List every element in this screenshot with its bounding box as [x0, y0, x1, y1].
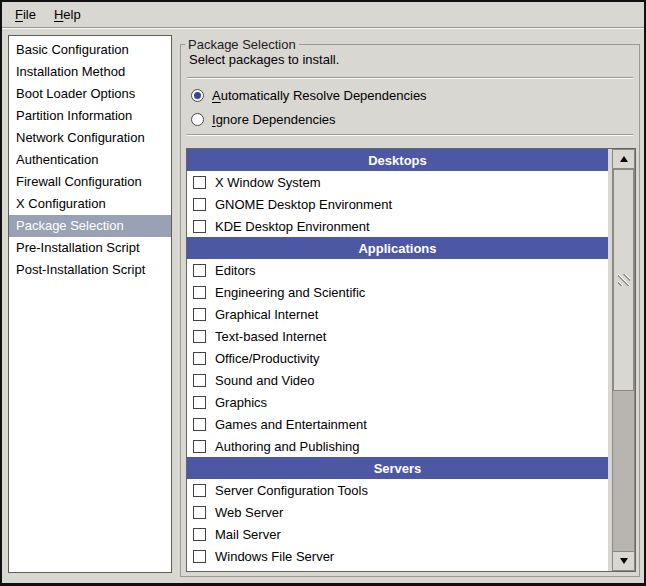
package-row-windows-file-server[interactable]: Windows File Server: [187, 545, 608, 567]
package-label: Server Configuration Tools: [215, 483, 368, 498]
checkbox-editors[interactable]: [193, 264, 206, 277]
sidebar-item-post-installation-script[interactable]: Post-Installation Script: [9, 259, 171, 281]
sidebar-item-basic-configuration[interactable]: Basic Configuration: [9, 39, 171, 61]
mnemonic-letter: A: [212, 88, 221, 103]
package-row-engineering-and-scientific[interactable]: Engineering and Scientific: [187, 281, 608, 303]
package-row-x-window-system[interactable]: X Window System: [187, 171, 608, 193]
package-label: GNOME Desktop Environment: [215, 197, 392, 212]
package-row-mail-server[interactable]: Mail Server: [187, 523, 608, 545]
checkbox-text-based-internet[interactable]: [193, 330, 206, 343]
package-label: Text-based Internet: [215, 329, 326, 344]
package-row-editors[interactable]: Editors: [187, 259, 608, 281]
radio-button[interactable]: [191, 89, 204, 102]
checkbox-kde-desktop-environment[interactable]: [193, 220, 206, 233]
radio-option-ignore-dependencies[interactable]: Ignore Dependencies: [191, 109, 336, 129]
menu-file[interactable]: File: [6, 4, 45, 25]
package-label: Mail Server: [215, 527, 281, 542]
sidebar-item-network-configuration[interactable]: Network Configuration: [9, 127, 171, 149]
package-label: Windows File Server: [215, 549, 334, 564]
scrollbar-down-button[interactable]: [612, 551, 635, 571]
vertical-scrollbar[interactable]: [612, 149, 635, 571]
checkbox-server-configuration-tools[interactable]: [193, 484, 206, 497]
sidebar-item-authentication[interactable]: Authentication: [9, 149, 171, 171]
package-row-authoring-and-publishing[interactable]: Authoring and Publishing: [187, 435, 608, 457]
sidebar-item-package-selection[interactable]: Package Selection: [9, 215, 171, 237]
checkbox-gnome-desktop-environment[interactable]: [193, 198, 206, 211]
package-label: Web Server: [215, 505, 283, 520]
frame-title: Package Selection: [185, 37, 299, 52]
label-text: elp: [63, 7, 80, 22]
package-row-server-configuration-tools[interactable]: Server Configuration Tools: [187, 479, 608, 501]
package-row-gnome-desktop-environment[interactable]: GNOME Desktop Environment: [187, 193, 608, 215]
package-label: Engineering and Scientific: [215, 285, 365, 300]
scrollbar-track[interactable]: [612, 169, 635, 551]
separator: [187, 77, 633, 79]
checkbox-office-productivity[interactable]: [193, 352, 206, 365]
package-row-graphical-internet[interactable]: Graphical Internet: [187, 303, 608, 325]
mnemonic-letter: F: [15, 7, 23, 22]
scrollbar-grip-icon: [618, 274, 630, 286]
scrollbar-thumb[interactable]: [613, 169, 634, 391]
package-label: Graphical Internet: [215, 307, 318, 322]
package-row-office-productivity[interactable]: Office/Productivity: [187, 347, 608, 369]
group-header-desktops[interactable]: Desktops: [187, 149, 608, 171]
package-label: Editors: [215, 263, 255, 278]
sidebar-item-x-configuration[interactable]: X Configuration: [9, 193, 171, 215]
checkbox-graphical-internet[interactable]: [193, 308, 206, 321]
label-text: gnore Dependencies: [216, 112, 336, 127]
arrow-down-icon: [620, 558, 628, 564]
group-header-applications[interactable]: Applications: [187, 237, 608, 259]
package-label: Authoring and Publishing: [215, 439, 360, 454]
label-text: utomatically Resolve Dependencies: [221, 88, 427, 103]
arrow-up-icon: [620, 156, 628, 162]
kickstart-configurator-window: FileHelp Basic ConfigurationInstallation…: [0, 0, 646, 586]
package-label: X Window System: [215, 175, 320, 190]
radio-button[interactable]: [191, 113, 204, 126]
package-group-list: DesktopsX Window SystemGNOME Desktop Env…: [186, 148, 636, 572]
instruction-text: Select packages to install.: [189, 52, 339, 67]
package-row-graphics[interactable]: Graphics: [187, 391, 608, 413]
mnemonic-letter: H: [54, 7, 63, 22]
checkbox-games-and-entertainment[interactable]: [193, 418, 206, 431]
sidebar-item-boot-loader-options[interactable]: Boot Loader Options: [9, 83, 171, 105]
checkbox-authoring-and-publishing[interactable]: [193, 440, 206, 453]
package-label: Sound and Video: [215, 373, 315, 388]
checkbox-graphics[interactable]: [193, 396, 206, 409]
package-label: Graphics: [215, 395, 267, 410]
checkbox-windows-file-server[interactable]: [193, 550, 206, 563]
package-row-partial[interactable]: [187, 567, 608, 571]
package-selection-frame: Package Selection Select packages to ins…: [180, 44, 640, 577]
sidebar-item-firewall-configuration[interactable]: Firewall Configuration: [9, 171, 171, 193]
config-section-list: Basic ConfigurationInstallation MethodBo…: [8, 35, 172, 573]
menubar: FileHelp: [2, 2, 644, 27]
package-label: KDE Desktop Environment: [215, 219, 370, 234]
package-label: Office/Productivity: [215, 351, 320, 366]
checkbox-mail-server[interactable]: [193, 528, 206, 541]
package-row-web-server[interactable]: Web Server: [187, 501, 608, 523]
group-header-servers[interactable]: Servers: [187, 457, 608, 479]
sidebar-item-pre-installation-script[interactable]: Pre-Installation Script: [9, 237, 171, 259]
separator: [187, 134, 633, 136]
radio-option-automatically-resolve-dependencies[interactable]: Automatically Resolve Dependencies: [191, 85, 427, 105]
scrollbar-up-button[interactable]: [612, 149, 635, 169]
label-text: ile: [23, 7, 36, 22]
package-row-kde-desktop-environment[interactable]: KDE Desktop Environment: [187, 215, 608, 237]
menu-help[interactable]: Help: [45, 4, 90, 25]
radio-label: Ignore Dependencies: [212, 112, 336, 127]
package-row-sound-and-video[interactable]: Sound and Video: [187, 369, 608, 391]
radio-label: Automatically Resolve Dependencies: [212, 88, 427, 103]
radio-dot: [194, 92, 201, 99]
checkbox-engineering-and-scientific[interactable]: [193, 286, 206, 299]
sidebar-item-installation-method[interactable]: Installation Method: [9, 61, 171, 83]
package-list-viewport: DesktopsX Window SystemGNOME Desktop Env…: [187, 149, 608, 571]
package-label: Games and Entertainment: [215, 417, 367, 432]
package-row-text-based-internet[interactable]: Text-based Internet: [187, 325, 608, 347]
checkbox-x-window-system[interactable]: [193, 176, 206, 189]
menubar-separator: [2, 27, 644, 29]
sidebar-item-partition-information[interactable]: Partition Information: [9, 105, 171, 127]
checkbox-sound-and-video[interactable]: [193, 374, 206, 387]
checkbox-web-server[interactable]: [193, 506, 206, 519]
package-row-games-and-entertainment[interactable]: Games and Entertainment: [187, 413, 608, 435]
